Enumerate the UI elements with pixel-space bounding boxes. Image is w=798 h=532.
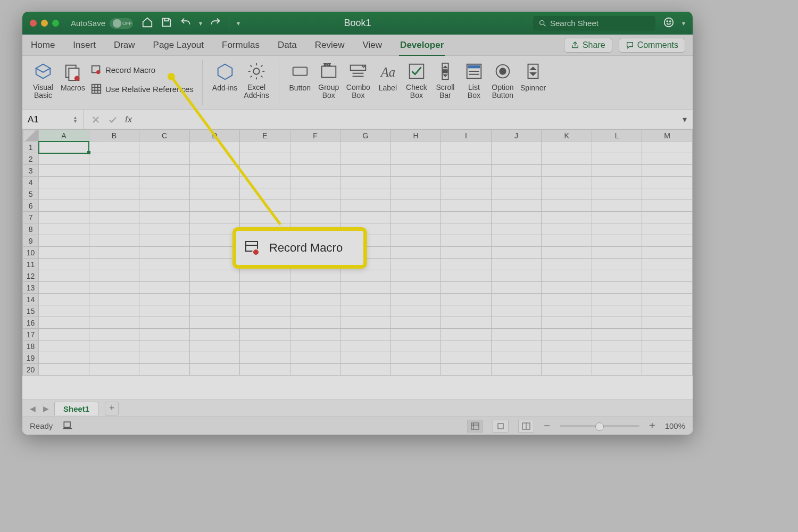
- feedback-icon[interactable]: [663, 16, 675, 30]
- cell-H7[interactable]: [390, 212, 441, 223]
- cell-H5[interactable]: [390, 188, 441, 200]
- cell-J14[interactable]: [491, 294, 542, 305]
- cell-G20[interactable]: [340, 364, 391, 376]
- cell-L19[interactable]: [592, 352, 642, 364]
- next-sheet-button[interactable]: ▶: [41, 404, 51, 413]
- column-header-K[interactable]: K: [542, 130, 592, 142]
- excel-addins-button[interactable]: Excel Add-ins: [240, 59, 272, 102]
- cell-I15[interactable]: [441, 305, 492, 317]
- cell-E16[interactable]: [240, 317, 290, 329]
- cell-B12[interactable]: [89, 270, 139, 282]
- column-header-L[interactable]: L: [592, 130, 642, 142]
- cell-F14[interactable]: [290, 294, 340, 305]
- cell-E19[interactable]: [240, 352, 290, 364]
- cell-J20[interactable]: [491, 364, 542, 376]
- minimize-window-button[interactable]: [41, 20, 48, 27]
- cell-M4[interactable]: [642, 177, 693, 188]
- cell-J3[interactable]: [491, 165, 542, 177]
- cell-K19[interactable]: [542, 352, 592, 364]
- zoom-slider[interactable]: [560, 425, 639, 427]
- accept-formula-icon[interactable]: [108, 115, 118, 124]
- cell-D3[interactable]: [189, 165, 240, 177]
- cell-G19[interactable]: [340, 352, 391, 364]
- cell-M2[interactable]: [642, 153, 693, 165]
- cell-L1[interactable]: [592, 142, 642, 153]
- page-break-view-button[interactable]: [518, 420, 534, 433]
- cell-A19[interactable]: [39, 352, 89, 364]
- cell-M6[interactable]: [642, 200, 693, 212]
- column-header-E[interactable]: E: [240, 130, 290, 142]
- cell-I9[interactable]: [441, 235, 492, 247]
- cell-I12[interactable]: [441, 270, 492, 282]
- column-header-J[interactable]: J: [491, 130, 542, 142]
- prev-sheet-button[interactable]: ◀: [28, 404, 38, 413]
- sheet-tab-sheet1[interactable]: Sheet1: [54, 402, 98, 415]
- tab-home[interactable]: Home: [30, 36, 56, 55]
- tab-draw[interactable]: Draw: [113, 36, 136, 55]
- cell-B15[interactable]: [89, 305, 139, 317]
- cell-K4[interactable]: [542, 177, 592, 188]
- cell-C15[interactable]: [139, 305, 190, 317]
- row-header-14[interactable]: 14: [23, 294, 39, 305]
- cell-D6[interactable]: [189, 200, 240, 212]
- cell-A12[interactable]: [39, 270, 89, 282]
- namebox-stepper-icon[interactable]: ▲▼: [73, 116, 78, 123]
- cell-F15[interactable]: [290, 305, 340, 317]
- cell-E20[interactable]: [240, 364, 290, 376]
- column-header-H[interactable]: H: [390, 130, 441, 142]
- cell-A15[interactable]: [39, 305, 89, 317]
- cell-M17[interactable]: [642, 329, 693, 340]
- cell-H1[interactable]: [390, 142, 441, 153]
- cell-K12[interactable]: [542, 270, 592, 282]
- cell-F18[interactable]: [290, 340, 340, 352]
- cell-F5[interactable]: [290, 188, 340, 200]
- cell-D5[interactable]: [189, 188, 240, 200]
- cell-I14[interactable]: [441, 294, 492, 305]
- cell-C3[interactable]: [139, 165, 190, 177]
- cell-C2[interactable]: [139, 153, 190, 165]
- cell-D14[interactable]: [189, 294, 240, 305]
- row-header-16[interactable]: 16: [23, 317, 39, 329]
- cell-B1[interactable]: [89, 142, 139, 153]
- macros-button[interactable]: Macros: [57, 59, 88, 94]
- cell-F20[interactable]: [290, 364, 340, 376]
- cell-I8[interactable]: [441, 223, 492, 235]
- cell-J9[interactable]: [491, 235, 542, 247]
- cell-A10[interactable]: [39, 247, 89, 259]
- cell-A4[interactable]: [39, 177, 89, 188]
- page-layout-view-button[interactable]: [493, 420, 509, 433]
- cell-H17[interactable]: [390, 329, 441, 340]
- cell-D13[interactable]: [189, 282, 240, 294]
- cell-G6[interactable]: [340, 200, 391, 212]
- row-header-2[interactable]: 2: [23, 153, 39, 165]
- cell-A11[interactable]: [39, 259, 89, 270]
- cell-K9[interactable]: [542, 235, 592, 247]
- cell-K10[interactable]: [542, 247, 592, 259]
- cell-I3[interactable]: [441, 165, 492, 177]
- tab-page-layout[interactable]: Page Layout: [152, 36, 205, 55]
- cell-G16[interactable]: [340, 317, 391, 329]
- cell-M14[interactable]: [642, 294, 693, 305]
- cell-K13[interactable]: [542, 282, 592, 294]
- cell-H11[interactable]: [390, 259, 441, 270]
- cell-C12[interactable]: [139, 270, 190, 282]
- cell-M7[interactable]: [642, 212, 693, 223]
- cell-J5[interactable]: [491, 188, 542, 200]
- cell-K14[interactable]: [542, 294, 592, 305]
- list-box-control[interactable]: List Box: [460, 59, 488, 102]
- cell-B16[interactable]: [89, 317, 139, 329]
- cell-A14[interactable]: [39, 294, 89, 305]
- cell-K1[interactable]: [542, 142, 592, 153]
- cell-D4[interactable]: [189, 177, 240, 188]
- cell-C4[interactable]: [139, 177, 190, 188]
- cell-M1[interactable]: [642, 142, 693, 153]
- cell-E14[interactable]: [240, 294, 290, 305]
- maximize-window-button[interactable]: [52, 20, 59, 27]
- row-header-11[interactable]: 11: [23, 259, 39, 270]
- cell-A2[interactable]: [39, 153, 89, 165]
- cell-H2[interactable]: [390, 153, 441, 165]
- column-header-D[interactable]: D: [189, 130, 240, 142]
- cell-C16[interactable]: [139, 317, 190, 329]
- cell-H9[interactable]: [390, 235, 441, 247]
- cell-J18[interactable]: [491, 340, 542, 352]
